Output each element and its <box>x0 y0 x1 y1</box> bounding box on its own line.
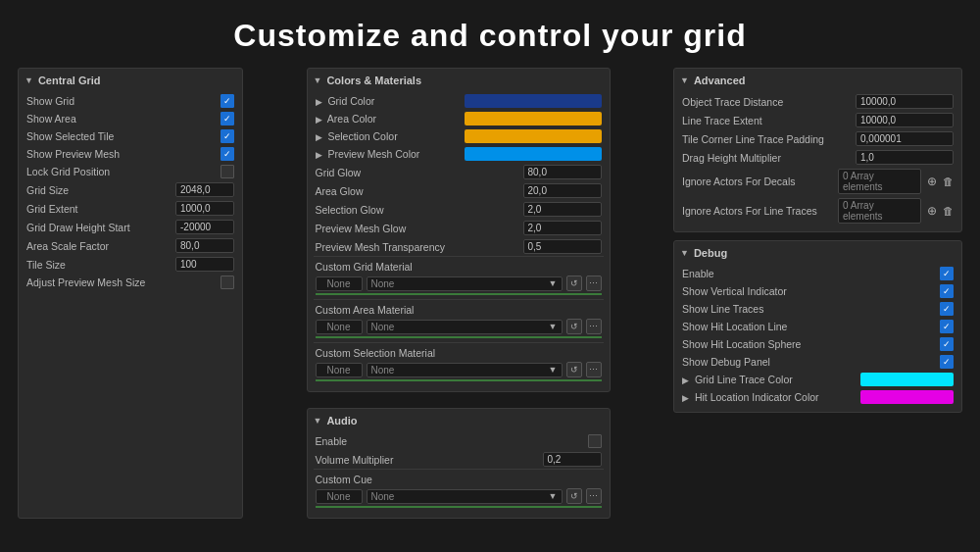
grid-color-swatch[interactable] <box>465 94 602 108</box>
volume-multiplier-value[interactable]: 0,2 <box>543 452 602 467</box>
colors-materials-arrow[interactable]: ▼ <box>314 75 322 85</box>
tile-size-row: Tile Size 100 <box>24 255 236 274</box>
audio-enable-label: Enable <box>316 435 348 447</box>
audio-arrow[interactable]: ▼ <box>314 416 322 426</box>
custom-grid-material-browse[interactable]: ⋯ <box>586 276 602 291</box>
selection-glow-value[interactable]: 2,0 <box>523 202 602 217</box>
custom-cue-select[interactable]: None ▼ <box>367 489 563 504</box>
custom-selection-material-none: None <box>316 363 363 377</box>
line-trace-extent-value[interactable]: 10000,0 <box>856 113 954 127</box>
lock-grid-position-label: Lock Grid Position <box>26 166 110 177</box>
selection-color-swatch[interactable] <box>465 129 602 143</box>
volume-multiplier-label: Volume Multiplier <box>316 454 394 466</box>
show-hit-location-sphere-checkbox[interactable]: ✓ <box>940 337 954 351</box>
central-grid-arrow[interactable]: ▼ <box>24 75 33 85</box>
show-vertical-indicator-checkbox[interactable]: ✓ <box>940 284 954 298</box>
show-area-label: Show Area <box>26 113 76 125</box>
preview-mesh-transparency-label: Preview Mesh Transparency <box>316 241 453 253</box>
ignore-actors-decals-delete[interactable]: 🗑 <box>943 176 954 187</box>
grid-draw-height-start-row: Grid Draw Height Start -20000 <box>24 218 236 236</box>
show-grid-label: Show Grid <box>26 95 74 107</box>
custom-cue-browse[interactable]: ⋯ <box>586 488 602 504</box>
ignore-actors-traces-row: Ignore Actors For Line Traces 0 Array el… <box>680 196 956 226</box>
debug-panel: ▼ Debug Enable ✓ Show Vertical Indicator… <box>673 240 962 413</box>
show-area-checkbox[interactable]: ✓ <box>220 112 234 125</box>
line-trace-extent-row: Line Trace Extent 10000,0 <box>680 111 956 129</box>
custom-area-material-controls: None None ▼ ↺ ⋯ <box>316 319 602 334</box>
adjust-preview-mesh-size-checkbox[interactable] <box>220 276 234 289</box>
grid-line-trace-color-row: ▶ Grid Line Trace Color <box>680 371 956 388</box>
grid-extent-value[interactable]: 1000,0 <box>175 201 234 216</box>
advanced-arrow[interactable]: ▼ <box>680 75 689 85</box>
custom-area-material-browse[interactable]: ⋯ <box>586 319 602 334</box>
show-selected-tile-checkbox[interactable]: ✓ <box>220 129 234 143</box>
ignore-actors-traces-label: Ignore Actors For Line Traces <box>682 205 832 217</box>
central-grid-panel: ▼ Central Grid Show Grid ✓ Show Area ✓ S… <box>18 68 243 519</box>
grid-color-label: ▶ Grid Color <box>316 95 433 107</box>
grid-glow-value[interactable]: 80,0 <box>523 165 602 179</box>
show-grid-checkbox[interactable]: ✓ <box>220 94 234 108</box>
tile-corner-value[interactable]: 0,000001 <box>856 131 954 146</box>
show-line-traces-checkbox[interactable]: ✓ <box>940 302 954 316</box>
area-color-swatch[interactable] <box>465 112 602 125</box>
debug-enable-checkbox[interactable]: ✓ <box>940 267 954 280</box>
custom-selection-material-reset[interactable]: ↺ <box>566 362 582 377</box>
custom-selection-material-browse[interactable]: ⋯ <box>586 362 602 377</box>
volume-multiplier-row: Volume Multiplier 0,2 <box>314 450 604 469</box>
show-hit-location-sphere-label: Show Hit Location Sphere <box>682 338 940 350</box>
show-hit-location-line-checkbox[interactable]: ✓ <box>940 320 954 333</box>
adjust-preview-mesh-size-row: Adjust Preview Mesh Size <box>24 274 236 291</box>
preview-mesh-transparency-value[interactable]: 0,5 <box>523 239 602 254</box>
show-debug-panel-checkbox[interactable]: ✓ <box>940 355 954 369</box>
debug-arrow[interactable]: ▼ <box>680 248 689 258</box>
ignore-actors-decals-row: Ignore Actors For Decals 0 Array element… <box>680 167 956 196</box>
custom-cue-reset[interactable]: ↺ <box>566 488 582 504</box>
show-hit-location-sphere-row: Show Hit Location Sphere ✓ <box>680 335 956 353</box>
tile-size-value[interactable]: 100 <box>175 257 234 272</box>
ignore-actors-decals-add[interactable]: ⊕ <box>927 175 937 188</box>
drag-height-value[interactable]: 1,0 <box>856 150 954 165</box>
tile-size-label: Tile Size <box>26 259 66 271</box>
preview-mesh-glow-value[interactable]: 2,0 <box>523 221 602 235</box>
ignore-actors-traces-add[interactable]: ⊕ <box>927 204 937 218</box>
custom-area-material-select[interactable]: None ▼ <box>367 320 563 334</box>
show-line-traces-label: Show Line Traces <box>682 303 940 315</box>
area-scale-factor-label: Area Scale Factor <box>26 240 109 252</box>
area-scale-factor-value[interactable]: 80,0 <box>175 238 234 253</box>
show-preview-mesh-checkbox[interactable]: ✓ <box>220 147 234 161</box>
area-glow-value[interactable]: 20,0 <box>523 183 602 198</box>
audio-title: ▼ Audio <box>314 415 604 427</box>
custom-grid-material-reset[interactable]: ↺ <box>566 276 582 291</box>
ignore-actors-decals-label: Ignore Actors For Decals <box>682 176 832 187</box>
hit-location-indicator-color-swatch[interactable] <box>860 390 954 404</box>
preview-mesh-glow-label: Preview Mesh Glow <box>316 223 453 234</box>
audio-enable-checkbox[interactable] <box>588 434 602 448</box>
advanced-panel: ▼ Advanced Object Trace Distance 10000,0… <box>673 68 962 232</box>
custom-grid-material-select[interactable]: None ▼ <box>367 276 563 291</box>
grid-line-trace-color-swatch[interactable] <box>860 373 954 386</box>
debug-enable-label: Enable <box>682 268 940 279</box>
ignore-actors-traces-delete[interactable]: 🗑 <box>943 205 954 217</box>
selection-color-label: ▶ Selection Color <box>316 130 433 142</box>
custom-grid-material-section: Custom Grid Material None None ▼ ↺ ⋯ <box>314 256 604 299</box>
custom-selection-material-bar <box>316 379 602 381</box>
grid-draw-height-start-value[interactable]: -20000 <box>175 220 234 234</box>
custom-area-material-none: None <box>316 320 363 334</box>
custom-selection-material-select[interactable]: None ▼ <box>367 363 563 377</box>
line-trace-extent-label: Line Trace Extent <box>682 115 850 126</box>
lock-grid-position-checkbox[interactable] <box>220 165 234 178</box>
audio-panel: ▼ Audio Enable Volume Multiplier 0,2 Cus… <box>307 408 611 519</box>
grid-size-value[interactable]: 2048,0 <box>175 182 234 197</box>
grid-extent-row: Grid Extent 1000,0 <box>24 199 236 218</box>
custom-area-material-label: Custom Area Material <box>316 304 602 316</box>
custom-cue-label: Custom Cue <box>316 474 602 485</box>
lock-grid-position-row: Lock Grid Position <box>24 163 236 180</box>
custom-area-material-reset[interactable]: ↺ <box>566 319 582 334</box>
preview-mesh-color-swatch[interactable] <box>465 147 602 161</box>
area-color-label: ▶ Area Color <box>316 113 433 125</box>
drag-height-label: Drag Height Multiplier <box>682 152 850 164</box>
preview-mesh-transparency-row: Preview Mesh Transparency 0,5 <box>314 237 604 256</box>
ignore-actors-traces-value: 0 Array elements <box>838 198 921 224</box>
custom-cue-controls: None None ▼ ↺ ⋯ <box>316 488 602 504</box>
obj-trace-dist-value[interactable]: 10000,0 <box>856 94 954 109</box>
